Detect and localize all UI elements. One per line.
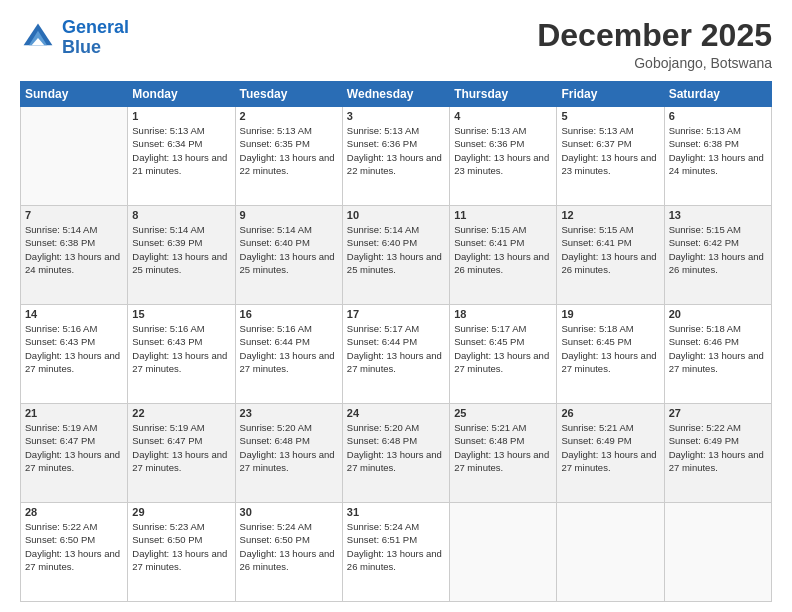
daylight-text: Daylight: 13 hours and 26 minutes. bbox=[669, 251, 764, 275]
daylight-text: Daylight: 13 hours and 23 minutes. bbox=[561, 152, 656, 176]
sunrise-text: Sunrise: 5:16 AM bbox=[132, 323, 204, 334]
calendar-cell: 17Sunrise: 5:17 AMSunset: 6:44 PMDayligh… bbox=[342, 305, 449, 404]
logo-text: General Blue bbox=[62, 18, 129, 58]
th-friday: Friday bbox=[557, 82, 664, 107]
cell-info: Sunrise: 5:24 AMSunset: 6:51 PMDaylight:… bbox=[347, 520, 445, 573]
sunset-text: Sunset: 6:36 PM bbox=[347, 138, 417, 149]
sunrise-text: Sunrise: 5:20 AM bbox=[347, 422, 419, 433]
day-number: 2 bbox=[240, 110, 338, 122]
calendar-cell bbox=[557, 503, 664, 602]
daylight-text: Daylight: 13 hours and 27 minutes. bbox=[561, 449, 656, 473]
calendar-cell bbox=[664, 503, 771, 602]
week-row: 21Sunrise: 5:19 AMSunset: 6:47 PMDayligh… bbox=[21, 404, 772, 503]
sunset-text: Sunset: 6:45 PM bbox=[454, 336, 524, 347]
sunrise-text: Sunrise: 5:15 AM bbox=[669, 224, 741, 235]
cell-info: Sunrise: 5:16 AMSunset: 6:43 PMDaylight:… bbox=[132, 322, 230, 375]
sunrise-text: Sunrise: 5:18 AM bbox=[561, 323, 633, 334]
calendar-cell: 29Sunrise: 5:23 AMSunset: 6:50 PMDayligh… bbox=[128, 503, 235, 602]
day-number: 1 bbox=[132, 110, 230, 122]
cell-info: Sunrise: 5:13 AMSunset: 6:36 PMDaylight:… bbox=[454, 124, 552, 177]
th-sunday: Sunday bbox=[21, 82, 128, 107]
daylight-text: Daylight: 13 hours and 26 minutes. bbox=[561, 251, 656, 275]
day-number: 5 bbox=[561, 110, 659, 122]
day-number: 25 bbox=[454, 407, 552, 419]
sunset-text: Sunset: 6:46 PM bbox=[669, 336, 739, 347]
sunset-text: Sunset: 6:50 PM bbox=[25, 534, 95, 545]
day-number: 26 bbox=[561, 407, 659, 419]
sunset-text: Sunset: 6:49 PM bbox=[561, 435, 631, 446]
th-monday: Monday bbox=[128, 82, 235, 107]
calendar-cell: 31Sunrise: 5:24 AMSunset: 6:51 PMDayligh… bbox=[342, 503, 449, 602]
day-number: 29 bbox=[132, 506, 230, 518]
sunset-text: Sunset: 6:44 PM bbox=[240, 336, 310, 347]
calendar-cell: 16Sunrise: 5:16 AMSunset: 6:44 PMDayligh… bbox=[235, 305, 342, 404]
sunrise-text: Sunrise: 5:13 AM bbox=[669, 125, 741, 136]
logo-icon bbox=[20, 20, 56, 56]
calendar-cell: 20Sunrise: 5:18 AMSunset: 6:46 PMDayligh… bbox=[664, 305, 771, 404]
location: Gobojango, Botswana bbox=[537, 55, 772, 71]
cell-info: Sunrise: 5:18 AMSunset: 6:45 PMDaylight:… bbox=[561, 322, 659, 375]
cell-info: Sunrise: 5:22 AMSunset: 6:50 PMDaylight:… bbox=[25, 520, 123, 573]
week-row: 28Sunrise: 5:22 AMSunset: 6:50 PMDayligh… bbox=[21, 503, 772, 602]
sunrise-text: Sunrise: 5:13 AM bbox=[240, 125, 312, 136]
daylight-text: Daylight: 13 hours and 24 minutes. bbox=[25, 251, 120, 275]
sunrise-text: Sunrise: 5:22 AM bbox=[25, 521, 97, 532]
calendar-cell: 26Sunrise: 5:21 AMSunset: 6:49 PMDayligh… bbox=[557, 404, 664, 503]
week-row: 7Sunrise: 5:14 AMSunset: 6:38 PMDaylight… bbox=[21, 206, 772, 305]
header: General Blue December 2025 Gobojango, Bo… bbox=[20, 18, 772, 71]
cell-info: Sunrise: 5:13 AMSunset: 6:38 PMDaylight:… bbox=[669, 124, 767, 177]
sunrise-text: Sunrise: 5:21 AM bbox=[454, 422, 526, 433]
sunset-text: Sunset: 6:41 PM bbox=[561, 237, 631, 248]
th-saturday: Saturday bbox=[664, 82, 771, 107]
calendar-cell: 7Sunrise: 5:14 AMSunset: 6:38 PMDaylight… bbox=[21, 206, 128, 305]
sunrise-text: Sunrise: 5:14 AM bbox=[25, 224, 97, 235]
day-number: 18 bbox=[454, 308, 552, 320]
day-number: 28 bbox=[25, 506, 123, 518]
sunrise-text: Sunrise: 5:21 AM bbox=[561, 422, 633, 433]
daylight-text: Daylight: 13 hours and 22 minutes. bbox=[240, 152, 335, 176]
cell-info: Sunrise: 5:13 AMSunset: 6:35 PMDaylight:… bbox=[240, 124, 338, 177]
sunrise-text: Sunrise: 5:13 AM bbox=[347, 125, 419, 136]
daylight-text: Daylight: 13 hours and 27 minutes. bbox=[240, 449, 335, 473]
calendar-cell: 19Sunrise: 5:18 AMSunset: 6:45 PMDayligh… bbox=[557, 305, 664, 404]
th-wednesday: Wednesday bbox=[342, 82, 449, 107]
day-number: 16 bbox=[240, 308, 338, 320]
sunrise-text: Sunrise: 5:13 AM bbox=[561, 125, 633, 136]
sunset-text: Sunset: 6:48 PM bbox=[240, 435, 310, 446]
month-title: December 2025 bbox=[537, 18, 772, 53]
day-number: 8 bbox=[132, 209, 230, 221]
daylight-text: Daylight: 13 hours and 27 minutes. bbox=[25, 548, 120, 572]
day-number: 30 bbox=[240, 506, 338, 518]
sunset-text: Sunset: 6:51 PM bbox=[347, 534, 417, 545]
cell-info: Sunrise: 5:18 AMSunset: 6:46 PMDaylight:… bbox=[669, 322, 767, 375]
calendar-cell: 14Sunrise: 5:16 AMSunset: 6:43 PMDayligh… bbox=[21, 305, 128, 404]
day-number: 4 bbox=[454, 110, 552, 122]
sunrise-text: Sunrise: 5:13 AM bbox=[454, 125, 526, 136]
day-number: 6 bbox=[669, 110, 767, 122]
calendar-cell: 27Sunrise: 5:22 AMSunset: 6:49 PMDayligh… bbox=[664, 404, 771, 503]
calendar-cell: 22Sunrise: 5:19 AMSunset: 6:47 PMDayligh… bbox=[128, 404, 235, 503]
sunset-text: Sunset: 6:43 PM bbox=[25, 336, 95, 347]
cell-info: Sunrise: 5:21 AMSunset: 6:48 PMDaylight:… bbox=[454, 421, 552, 474]
sunrise-text: Sunrise: 5:14 AM bbox=[132, 224, 204, 235]
day-number: 9 bbox=[240, 209, 338, 221]
sunrise-text: Sunrise: 5:15 AM bbox=[454, 224, 526, 235]
sunrise-text: Sunrise: 5:20 AM bbox=[240, 422, 312, 433]
calendar-cell: 6Sunrise: 5:13 AMSunset: 6:38 PMDaylight… bbox=[664, 107, 771, 206]
daylight-text: Daylight: 13 hours and 27 minutes. bbox=[132, 350, 227, 374]
day-number: 22 bbox=[132, 407, 230, 419]
sunrise-text: Sunrise: 5:13 AM bbox=[132, 125, 204, 136]
cell-info: Sunrise: 5:16 AMSunset: 6:44 PMDaylight:… bbox=[240, 322, 338, 375]
sunset-text: Sunset: 6:40 PM bbox=[240, 237, 310, 248]
sunset-text: Sunset: 6:34 PM bbox=[132, 138, 202, 149]
calendar-cell: 21Sunrise: 5:19 AMSunset: 6:47 PMDayligh… bbox=[21, 404, 128, 503]
sunrise-text: Sunrise: 5:24 AM bbox=[347, 521, 419, 532]
cell-info: Sunrise: 5:17 AMSunset: 6:45 PMDaylight:… bbox=[454, 322, 552, 375]
daylight-text: Daylight: 13 hours and 27 minutes. bbox=[240, 350, 335, 374]
daylight-text: Daylight: 13 hours and 27 minutes. bbox=[454, 449, 549, 473]
cell-info: Sunrise: 5:22 AMSunset: 6:49 PMDaylight:… bbox=[669, 421, 767, 474]
cell-info: Sunrise: 5:15 AMSunset: 6:41 PMDaylight:… bbox=[454, 223, 552, 276]
logo: General Blue bbox=[20, 18, 129, 58]
day-number: 15 bbox=[132, 308, 230, 320]
daylight-text: Daylight: 13 hours and 25 minutes. bbox=[347, 251, 442, 275]
